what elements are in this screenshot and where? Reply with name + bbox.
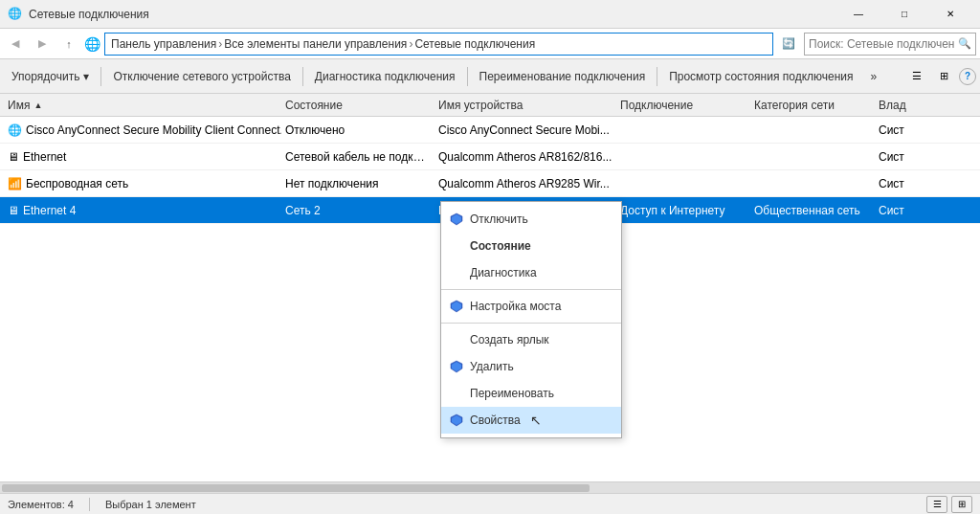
ctx-shortcut-spacer <box>449 332 464 347</box>
context-menu: Отключить Состояние Диагностика <box>440 201 622 438</box>
disconnect-button[interactable]: Отключение сетевого устройства <box>105 63 298 90</box>
status-separator <box>89 498 90 511</box>
ctx-rename-spacer <box>449 386 464 401</box>
shield-icon-delete <box>449 359 464 374</box>
col-sort-icon: ▲ <box>33 101 42 110</box>
ctx-delete-label: Удалить <box>470 360 514 373</box>
up-button[interactable]: ↑ <box>57 33 80 56</box>
shield-icon-bridge <box>449 299 464 314</box>
shield-icon-properties <box>449 413 464 428</box>
help-button[interactable]: ? <box>959 68 976 85</box>
path-segment-3: Сетевые подключения <box>414 37 535 51</box>
ctx-separator-2 <box>441 323 621 324</box>
ctx-delete[interactable]: Удалить <box>441 353 621 380</box>
cursor-indicator: ↖ <box>530 413 542 428</box>
ctx-bridge[interactable]: Настройка моста <box>441 293 621 320</box>
path-segment-2: Все элементы панели управления <box>224 37 407 51</box>
window-icon: 🌐 <box>8 7 23 22</box>
app-window: 🌐 Сетевые подключения — □ ✕ ◀ ▶ ↑ 🌐 Пане… <box>0 0 980 514</box>
view-details-button[interactable]: ☰ <box>905 65 928 88</box>
organize-chevron: ▾ <box>83 70 89 83</box>
column-headers: Имя ▲ Состояние Имя устройства Подключен… <box>0 94 980 117</box>
search-input[interactable] <box>809 37 954 51</box>
address-bar: ◀ ▶ ↑ 🌐 Панель управления › Все элементы… <box>0 29 980 59</box>
row1-name: Cisco AnyConnect Secure Mobility Client … <box>26 123 281 137</box>
scrollbar-area[interactable] <box>0 481 980 493</box>
toolbar: Упорядочить ▾ Отключение сетевого устрой… <box>0 59 980 94</box>
disconnect-label: Отключение сетевого устройства <box>113 70 290 83</box>
status-view-btn-2[interactable]: ⊞ <box>951 496 972 513</box>
selected-info: Выбран 1 элемент <box>105 499 196 510</box>
ctx-status[interactable]: Состояние <box>441 233 621 259</box>
row2-status: Сетевой кабель не подключен <box>281 150 434 164</box>
row2-name: Ethernet <box>23 150 66 164</box>
ctx-rename-label: Переименовать <box>470 387 554 400</box>
ctx-status-label: Состояние <box>470 239 531 253</box>
maximize-button[interactable]: □ <box>882 1 926 28</box>
row3-device: Qualcomm Atheros AR9285 Wir... <box>434 177 616 190</box>
toolbar-separator-1 <box>100 67 101 86</box>
address-path[interactable]: Панель управления › Все элементы панели … <box>104 33 773 56</box>
row3-icon: 📶 <box>8 177 22 190</box>
path-sep-1: › <box>218 37 222 51</box>
content-wrapper: Имя ▲ Состояние Имя устройства Подключен… <box>0 94 980 481</box>
col-name[interactable]: Имя ▲ <box>4 94 281 116</box>
col-category[interactable]: Категория сети <box>750 94 875 116</box>
view-tiles-button[interactable]: ⊞ <box>932 65 955 88</box>
row1-device: Cisco AnyConnect Secure Mobi... <box>434 123 616 137</box>
row1-owner: Сист <box>875 123 932 137</box>
diagnose-button[interactable]: Диагностика подключения <box>307 63 463 90</box>
col-connection[interactable]: Подключение <box>616 94 750 116</box>
toolbar-separator-3 <box>467 67 468 86</box>
back-button[interactable]: ◀ <box>4 33 27 56</box>
rename-button[interactable]: Переименование подключения <box>472 63 654 90</box>
col-owner[interactable]: Влад <box>875 94 932 116</box>
network-list-area: 🌐 Cisco AnyConnect Secure Mobility Clien… <box>0 117 980 481</box>
forward-button[interactable]: ▶ <box>31 33 54 56</box>
window-title: Сетевые подключения <box>29 8 836 21</box>
table-row[interactable]: 🌐 Cisco AnyConnect Secure Mobility Clien… <box>0 117 980 144</box>
ctx-separator-1 <box>441 289 621 290</box>
diagnose-label: Диагностика подключения <box>315 70 456 83</box>
table-row[interactable]: 🖥 Ethernet Сетевой кабель не подключен Q… <box>0 144 980 170</box>
col-device[interactable]: Имя устройства <box>434 94 616 116</box>
ctx-diagnose[interactable]: Диагностика <box>441 259 621 286</box>
minimize-button[interactable]: — <box>836 1 880 28</box>
search-box: 🔍 <box>804 33 976 56</box>
ctx-bridge-label: Настройка моста <box>470 300 561 313</box>
view-status-label: Просмотр состояния подключения <box>669 70 853 83</box>
organize-button[interactable]: Упорядочить ▾ <box>4 63 97 90</box>
title-bar: 🌐 Сетевые подключения — □ ✕ <box>0 0 980 29</box>
rename-label: Переименование подключения <box>479 70 646 83</box>
toolbar-separator-4 <box>657 67 657 86</box>
row1-icon: 🌐 <box>8 123 22 137</box>
items-count: Элементов: 4 <box>8 499 74 510</box>
ctx-rename[interactable]: Переименовать <box>441 380 621 407</box>
row4-connection: Доступ к Интернету <box>616 204 750 217</box>
row2-device: Qualcomm Atheros AR8162/816... <box>434 150 616 164</box>
refresh-button[interactable]: 🔄 <box>777 33 800 56</box>
toolbar-right: ☰ ⊞ ? <box>905 65 976 88</box>
col-status[interactable]: Состояние <box>281 94 434 116</box>
row3-name: Беспроводная сеть <box>26 177 128 190</box>
ctx-properties[interactable]: Свойства ↖ <box>441 407 621 434</box>
row2-icon: 🖥 <box>8 150 19 164</box>
ctx-properties-label: Свойства <box>470 413 521 427</box>
row3-status: Нет подключения <box>281 177 434 190</box>
horizontal-scrollbar[interactable] <box>2 484 590 492</box>
ctx-shortcut[interactable]: Создать ярлык <box>441 326 621 353</box>
ctx-diagnose-spacer <box>449 265 464 280</box>
shield-icon-disconnect <box>449 212 464 227</box>
ctx-diagnose-label: Диагностика <box>470 266 537 279</box>
more-button[interactable]: » <box>863 63 885 90</box>
search-icon: 🔍 <box>958 37 971 50</box>
status-bar: Элементов: 4 Выбран 1 элемент ☰ ⊞ <box>0 493 980 514</box>
close-button[interactable]: ✕ <box>928 1 972 28</box>
table-row[interactable]: 📶 Беспроводная сеть Нет подключения Qual… <box>0 170 980 197</box>
row4-status: Сеть 2 <box>281 204 434 217</box>
path-icon: 🌐 <box>84 36 100 52</box>
ctx-disconnect[interactable]: Отключить <box>441 206 621 233</box>
ctx-disconnect-label: Отключить <box>470 212 528 226</box>
view-status-button[interactable]: Просмотр состояния подключения <box>661 63 860 90</box>
status-view-btn-1[interactable]: ☰ <box>926 496 947 513</box>
